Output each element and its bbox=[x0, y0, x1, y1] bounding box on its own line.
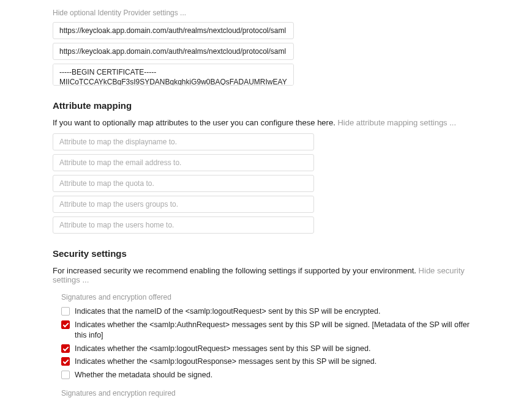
hide-attribute-mapping-link[interactable]: Hide attribute mapping settings ... bbox=[337, 118, 456, 127]
offered-label: Indicates whether the <samlp:logoutRespo… bbox=[75, 357, 377, 368]
signatures-offered-heading: Signatures and encryption offered bbox=[53, 293, 479, 301]
security-settings-heading: Security settings bbox=[53, 248, 479, 259]
offered-checkbox-4[interactable] bbox=[61, 371, 70, 379]
idp-url-1-input[interactable] bbox=[53, 22, 294, 39]
offered-checkbox-2[interactable] bbox=[61, 344, 70, 353]
attr-quota-input[interactable] bbox=[53, 175, 314, 192]
idp-certificate-textarea[interactable]: -----BEGIN CERTIFICATE----- MIICoTCCAYkC… bbox=[53, 64, 294, 86]
attr-groups-input[interactable] bbox=[53, 196, 314, 213]
offered-checkbox-3[interactable] bbox=[61, 357, 70, 366]
attr-email-input[interactable] bbox=[53, 154, 314, 171]
offered-label: Indicates whether the <samlp:logoutReque… bbox=[75, 344, 370, 355]
offered-row: Indicates whether the <samlp:logoutReque… bbox=[53, 344, 479, 355]
hide-idp-settings-link[interactable]: Hide optional Identity Provider settings… bbox=[53, 9, 479, 17]
attr-home-input[interactable] bbox=[53, 216, 314, 234]
offered-row: Whether the metadata should be signed. bbox=[53, 370, 479, 381]
attr-displayname-input[interactable] bbox=[53, 133, 314, 150]
attribute-mapping-desc: If you want to optionally map attributes… bbox=[53, 118, 479, 127]
offered-label: Indicates that the nameID of the <samlp:… bbox=[75, 306, 380, 317]
attribute-mapping-desc-text: If you want to optionally map attributes… bbox=[53, 118, 335, 127]
offered-row: Indicates whether the <samlp:AuthnReques… bbox=[53, 320, 479, 341]
offered-checkbox-0[interactable] bbox=[61, 307, 70, 316]
offered-label: Whether the metadata should be signed. bbox=[75, 370, 212, 381]
attribute-mapping-heading: Attribute mapping bbox=[53, 100, 479, 111]
offered-checkbox-1[interactable] bbox=[61, 320, 70, 329]
security-settings-desc-text: For increased security we recommend enab… bbox=[53, 266, 416, 275]
security-settings-desc: For increased security we recommend enab… bbox=[53, 266, 479, 284]
idp-url-2-input[interactable] bbox=[53, 43, 294, 60]
offered-label: Indicates whether the <samlp:AuthnReques… bbox=[75, 320, 479, 341]
offered-row: Indicates that the nameID of the <samlp:… bbox=[53, 306, 479, 317]
signatures-required-heading: Signatures and encryption required bbox=[53, 389, 479, 397]
offered-row: Indicates whether the <samlp:logoutRespo… bbox=[53, 357, 479, 368]
